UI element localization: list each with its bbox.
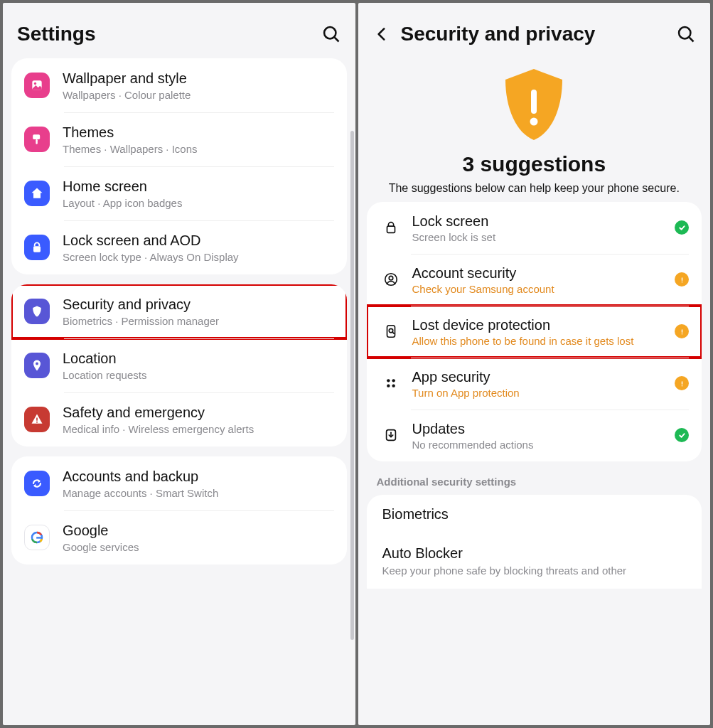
svg-point-17 [530,118,538,126]
settings-item-google[interactable]: GoogleGoogle services [11,510,347,564]
svg-point-9 [36,422,38,423]
svg-point-29 [392,379,395,382]
suggestion-subtitle: Turn on App protection [412,387,675,399]
status-warn-icon [675,376,689,390]
settings-header: Settings [3,3,355,58]
additional-title: Biometrics [382,506,687,523]
settings-item-title: Themes [63,124,198,141]
back-icon[interactable] [372,25,391,43]
search-icon[interactable] [676,24,696,44]
suggestion-lock[interactable]: Lock screenScreen lock is set [367,202,702,254]
settings-item-subtitle: Medical info · Wireless emergency alerts [63,423,254,435]
settings-group: Wallpaper and styleWallpapers · Colour p… [11,58,347,274]
suggestion-appsec[interactable]: App securityTurn on App protection [367,358,702,410]
settings-pane: Settings Wallpaper and styleWallpapers ·… [3,3,355,725]
svg-point-28 [387,379,390,382]
settings-item-themes[interactable]: ThemesThemes · Wallpapers · Icons [11,112,347,166]
search-icon[interactable] [321,24,341,44]
additional-card: BiometricsAuto BlockerKeep your phone sa… [367,495,702,589]
status-ok-icon [675,428,689,442]
additional-section-label: Additional security settings [358,471,711,495]
suggestion-title: Account security [412,264,675,282]
shield-icon [24,299,50,324]
svg-point-31 [392,385,395,387]
picture-icon [24,73,50,98]
additional-subtitle: Keep your phone safe by blocking threats… [382,564,687,578]
svg-line-1 [334,38,338,42]
settings-item-accounts[interactable]: Accounts and backupManage accounts · Sma… [11,456,347,510]
settings-item-lockscreen[interactable]: Lock screen and AODScreen lock type · Al… [11,220,347,274]
svg-rect-6 [33,246,41,252]
suggestions-hero: 3 suggestions The suggestions below can … [358,58,711,202]
home-icon [24,181,50,206]
svg-rect-13 [36,537,42,539]
settings-item-subtitle: Themes · Wallpapers · Icons [63,143,198,155]
suggestion-subtitle: Screen lock is set [412,231,675,243]
svg-line-15 [690,38,694,42]
lock-icon [24,235,50,260]
dots-icon [380,375,402,391]
svg-point-33 [681,385,682,386]
settings-item-subtitle: Location requests [63,369,146,381]
status-ok-icon [675,220,689,235]
suggestion-title: Updates [412,420,675,437]
svg-point-20 [389,277,393,281]
svg-rect-18 [387,226,395,232]
suggestion-subtitle: Allow this phone to be found in case it … [412,335,675,347]
security-header: Security and privacy [358,3,711,58]
svg-point-14 [679,27,690,38]
scrollbar[interactable] [350,131,354,640]
suggestion-subtitle: Check your Samsung account [412,283,675,295]
settings-item-title: Safety and emergency [63,404,254,422]
suggestion-account[interactable]: Account securityCheck your Samsung accou… [367,254,702,306]
suggestion-title: Lost device protection [412,316,675,333]
suggestions-heading: 3 suggestions [375,152,694,176]
svg-line-25 [392,332,393,333]
settings-item-title: Lock screen and AOD [63,232,239,250]
svg-point-7 [36,363,38,365]
svg-rect-16 [531,90,537,114]
svg-marker-11 [33,484,36,488]
settings-list[interactable]: Wallpaper and styleWallpapers · Colour p… [3,58,355,574]
settings-item-subtitle: Wallpapers · Colour palette [63,89,191,101]
additional-title: Auto Blocker [382,545,687,562]
settings-item-title: Location [63,350,146,368]
settings-item-security[interactable]: Security and privacyBiometrics · Permiss… [11,284,347,338]
google-icon [24,525,50,550]
settings-item-home[interactable]: Home screenLayout · App icon badges [11,166,347,220]
settings-item-location[interactable]: LocationLocation requests [11,338,347,392]
settings-item-wallpaper[interactable]: Wallpaper and styleWallpapers · Colour p… [11,58,347,112]
additional-biometrics[interactable]: Biometrics [367,495,702,534]
suggestion-lost[interactable]: Lost device protectionAllow this phone t… [367,306,702,358]
settings-item-title: Security and privacy [63,296,219,314]
find-icon [380,323,402,339]
additional-autoblocker[interactable]: Auto BlockerKeep your phone safe by bloc… [367,534,702,589]
svg-rect-32 [681,381,682,385]
suggestion-updates[interactable]: UpdatesNo recommended actions [367,410,702,461]
settings-item-subtitle: Google services [63,541,139,553]
settings-group: Security and privacyBiometrics · Permiss… [11,284,347,446]
svg-point-0 [324,27,336,38]
status-warn-icon [675,272,689,287]
svg-marker-10 [38,479,41,483]
settings-item-subtitle: Screen lock type · Always On Display [63,251,239,263]
padlock-icon [380,220,402,235]
alert-icon [24,407,50,432]
paint-icon [24,127,50,152]
svg-point-27 [681,333,682,334]
settings-group: Accounts and backupManage accounts · Sma… [11,456,347,564]
settings-item-title: Home screen [63,178,182,196]
svg-rect-8 [36,418,38,421]
sync-icon [24,471,50,496]
settings-item-subtitle: Layout · App icon badges [63,197,182,209]
suggestions-subheading: The suggestions below can help keep your… [375,181,694,196]
svg-point-3 [34,82,36,85]
suggestions-card: Lock screenScreen lock is setAccount sec… [367,202,702,461]
settings-item-safety[interactable]: Safety and emergencyMedical info · Wirel… [11,392,347,446]
settings-item-subtitle: Biometrics · Permission manager [63,315,219,327]
download-icon [380,427,402,443]
svg-rect-21 [681,277,682,281]
settings-item-title: Wallpaper and style [63,70,191,87]
svg-rect-5 [36,139,38,144]
security-title: Security and privacy [401,23,677,46]
